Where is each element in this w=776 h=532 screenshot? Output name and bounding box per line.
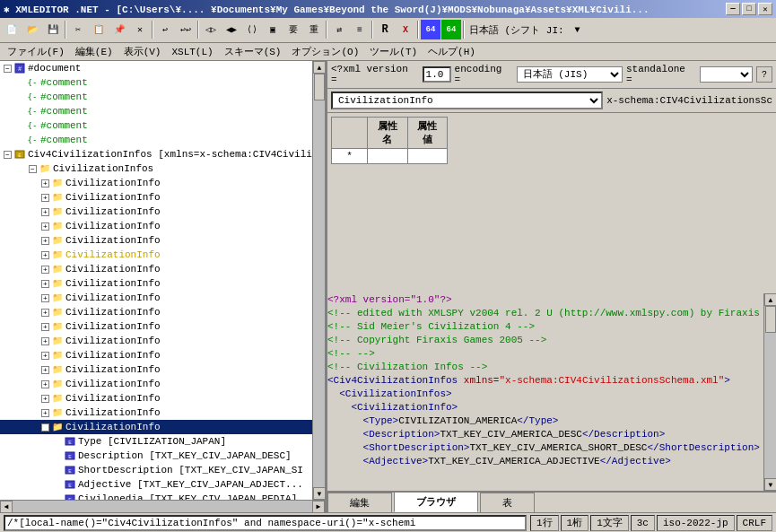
new-button[interactable]: 📄	[2, 20, 22, 39]
tree-scroll-up[interactable]: ▲	[313, 61, 325, 74]
xml-version-input[interactable]	[423, 66, 451, 83]
tree-expand-btn[interactable]: −	[4, 65, 12, 73]
source-scroll-up[interactable]: ▲	[764, 293, 776, 306]
xpath-input[interactable]	[4, 515, 527, 531]
delete-button[interactable]: ✕	[130, 20, 150, 39]
tree-node[interactable]: +📁CivilizationInfo	[0, 190, 312, 205]
maximize-button[interactable]: □	[742, 3, 756, 15]
tree-node[interactable]: {-#comment	[0, 90, 312, 104]
menu-file[interactable]: ファイル(F)	[2, 43, 70, 60]
tree-node[interactable]: +📁CivilizationInfo	[0, 406, 312, 420]
tree-expand-btn[interactable]: −	[4, 151, 12, 159]
tree-expand-btn[interactable]: +	[41, 222, 49, 231]
tree-node[interactable]: +📁CivilizationInfo	[0, 233, 312, 248]
tool8-button[interactable]: ≡	[350, 20, 370, 39]
tree-node[interactable]: +📁CivilizationInfo	[0, 319, 312, 334]
tree-node[interactable]: +📁CivilizationInfo	[0, 334, 312, 348]
tree-expand-btn[interactable]: +	[41, 323, 49, 331]
source-scroll-track[interactable]	[764, 306, 776, 478]
tree-node[interactable]: +📁CivilizationInfo	[0, 348, 312, 362]
tree-expand-btn[interactable]: +	[41, 380, 49, 388]
tree-node[interactable]: EDescription [TXT_KEY_CIV_JAPAN_DESC]	[0, 449, 312, 463]
minimize-button[interactable]: —	[726, 3, 740, 15]
tree-expand-btn[interactable]: +	[41, 409, 49, 417]
tree-node[interactable]: {-#comment	[0, 133, 312, 147]
tree-scrollbar-v[interactable]: ▲ ▼	[312, 61, 325, 500]
attr-name-cell[interactable]	[368, 149, 408, 164]
xml-standalone-select[interactable]	[700, 66, 753, 83]
tool2-button[interactable]: ◀▶	[222, 20, 241, 39]
xml-help-button[interactable]: ?	[756, 66, 772, 83]
tree-node[interactable]: +📁CivilizationInfo	[0, 205, 312, 219]
tool6-button[interactable]: 重	[304, 20, 324, 39]
tree-expand-btn[interactable]: −	[29, 165, 37, 173]
tree-expand-btn[interactable]: +	[41, 366, 49, 374]
tree-node[interactable]: −📁CivilizationInfos	[0, 161, 312, 176]
tree-node[interactable]: +📁CivilizationInfo	[0, 276, 312, 291]
undo2-button[interactable]: ↩↩	[176, 20, 196, 39]
tree-node[interactable]: +📁CivilizationInfo	[0, 176, 312, 190]
tree-node[interactable]: ECivilopedia [TXT_KEY_CIV_JAPAN_PEDIA]	[0, 492, 312, 500]
tree-expand-btn[interactable]: +	[41, 352, 49, 360]
tree-expand-btn[interactable]: +	[41, 251, 49, 259]
open-button[interactable]: 📂	[22, 20, 42, 39]
tree-scroll-area[interactable]: −##document{-#comment{-#comment{-#commen…	[0, 61, 312, 500]
xml-encoding-select[interactable]: 日本語 (JIS)	[517, 66, 623, 83]
tree-scroll-track[interactable]	[313, 74, 325, 487]
tab-edit[interactable]: 編集	[327, 493, 392, 512]
tree-node[interactable]: +📁CivilizationInfo	[0, 305, 312, 319]
tree-expand-btn[interactable]: +	[41, 309, 49, 317]
tree-hscroll-left[interactable]: ◀	[0, 501, 13, 513]
tree-node[interactable]: EShortDescription [TXT_KEY_CIV_JAPAN_SI	[0, 463, 312, 477]
tree-expand-btn[interactable]: +	[41, 194, 49, 202]
source-scroll-thumb[interactable]	[765, 306, 776, 333]
tree-node[interactable]: −📁CivilizationInfo	[0, 420, 312, 434]
tree-node[interactable]: EAdjective [TXT_KEY_CIV_JAPAN_ADJECT...	[0, 477, 312, 492]
cut-button[interactable]: ✂	[68, 20, 88, 39]
tab-table[interactable]: 表	[480, 493, 535, 512]
tree-node[interactable]: {-#comment	[0, 104, 312, 118]
source-scroll-down[interactable]: ▼	[764, 478, 776, 491]
menu-help[interactable]: ヘルプ(H)	[423, 43, 481, 60]
save-button[interactable]: 💾	[43, 20, 63, 39]
menu-schema[interactable]: スキーマ(S)	[219, 43, 287, 60]
tool1-button[interactable]: ◁▷	[201, 20, 221, 39]
tree-expand-btn[interactable]: +	[41, 237, 49, 245]
tree-node[interactable]: +📁CivilizationInfo	[0, 377, 312, 391]
tree-scroll-down[interactable]: ▼	[313, 487, 325, 500]
tree-expand-btn[interactable]: +	[41, 294, 49, 302]
tree-expand-btn[interactable]: +	[41, 395, 49, 403]
paste-button[interactable]: 📌	[109, 20, 129, 39]
tree-node[interactable]: {-#comment	[0, 118, 312, 133]
tree-expand-btn[interactable]: +	[41, 266, 49, 274]
tree-node[interactable]: −##document	[0, 61, 312, 75]
tree-hscroll-right[interactable]: ▶	[312, 501, 325, 513]
tree-expand-btn[interactable]: +	[41, 208, 49, 216]
tool10-button[interactable]: X	[396, 20, 415, 39]
xml-source-text[interactable]: <?xml version="1.0"?><!-- edited with XM…	[327, 293, 763, 491]
copy-button[interactable]: 📋	[89, 20, 109, 39]
tool12-button[interactable]: 64	[441, 20, 461, 39]
tree-node[interactable]: +📁CivilizationInfo	[0, 262, 312, 276]
tree-scroll-thumb[interactable]	[314, 74, 325, 100]
tree-node[interactable]: +📁CivilizationInfo	[0, 362, 312, 377]
menu-edit[interactable]: 編集(E)	[70, 43, 118, 60]
tool11-button[interactable]: 64	[421, 20, 440, 39]
undo-button[interactable]: ↩	[155, 20, 175, 39]
tree-node[interactable]: +📁CivilizationInfo	[0, 248, 312, 262]
menu-xslt[interactable]: XSLT(L)	[166, 45, 218, 59]
tree-node[interactable]: +📁CivilizationInfo	[0, 391, 312, 406]
tree-expand-btn[interactable]: +	[41, 337, 49, 345]
tool4-button[interactable]: ▣	[263, 20, 283, 39]
tree-expand-btn[interactable]: +	[41, 280, 49, 288]
tree-node[interactable]: −ECiv4CivilizationInfos [xmlns=x-schema:…	[0, 147, 312, 161]
close-button[interactable]: ✕	[758, 3, 772, 15]
tree-expand-btn[interactable]: +	[41, 179, 49, 188]
lang-arrow-button[interactable]: ▼	[568, 20, 588, 39]
element-name-select[interactable]: CivilizationInfo	[331, 92, 603, 109]
attr-value-cell[interactable]	[407, 149, 448, 164]
tree-node[interactable]: EType [CIVILIZATION_JAPAN]	[0, 434, 312, 449]
tool3-button[interactable]: ⟨⟩	[242, 20, 262, 39]
tree-hscroll-track[interactable]	[13, 501, 312, 513]
tree-node[interactable]: {-#comment	[0, 75, 312, 90]
